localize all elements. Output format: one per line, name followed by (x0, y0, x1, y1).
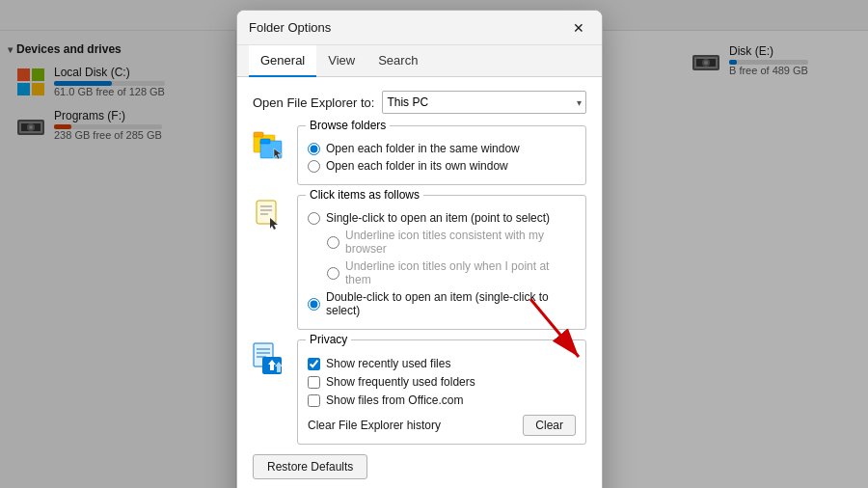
browse-radio1-input[interactable] (308, 143, 320, 155)
click-radio1b-row: Underline icon titles only when I point … (327, 259, 576, 286)
tab-view[interactable]: View (316, 45, 366, 77)
svg-rect-17 (260, 139, 270, 144)
click-icon-area (253, 195, 289, 231)
browse-radio1-label: Open each folder in the same window (326, 142, 520, 155)
privacy-check1-input[interactable] (308, 358, 320, 370)
browse-folders-legend: Browse folders (306, 119, 390, 132)
select-arrow-icon: ▾ (577, 97, 582, 108)
dialog-title: Folder Options (249, 20, 331, 35)
privacy-check3-input[interactable] (308, 394, 320, 407)
tab-search[interactable]: Search (366, 45, 429, 77)
restore-defaults-button[interactable]: Restore Defaults (253, 454, 367, 479)
privacy-check2-row: Show frequently used folders (308, 375, 576, 389)
open-explorer-value: This PC (387, 95, 428, 109)
browse-folders-content: Browse folders Open each folder in the s… (297, 125, 586, 185)
click-radio1-input[interactable] (308, 212, 320, 225)
clear-label: Clear File Explorer history (308, 419, 523, 432)
click-radio2-row: Double-click to open an item (single-cli… (308, 290, 576, 317)
privacy-check3-label: Show files from Office.com (326, 393, 464, 407)
open-explorer-label: Open File Explorer to: (253, 95, 374, 110)
browse-folders-box: Browse folders Open each folder in the s… (297, 125, 586, 185)
clear-button[interactable]: Clear (523, 415, 576, 436)
folder-options-dialog: Folder Options ✕ General View Search Ope… (236, 10, 603, 488)
svg-rect-15 (254, 132, 263, 137)
click-radio2-label: Double-click to open an item (single-cli… (326, 290, 576, 317)
close-button[interactable]: ✕ (567, 16, 590, 40)
click-radio1a-input[interactable] (327, 236, 339, 249)
click-radio1a-label: Underline icon titles consistent with my… (345, 229, 576, 256)
open-explorer-select[interactable]: This PC ▾ (382, 91, 586, 114)
browse-icon-area (253, 125, 289, 162)
privacy-content: Privacy Show recently used files Show fr… (297, 339, 586, 445)
open-explorer-row: Open File Explorer to: This PC ▾ (253, 91, 586, 114)
privacy-icon (253, 341, 284, 376)
click-items-box: Click items as follows Single-click to o… (297, 195, 586, 330)
restore-row: Restore Defaults (253, 454, 586, 479)
click-radio1b-label: Underline icon titles only when I point … (345, 259, 576, 286)
click-radio1-label: Single-click to open an item (point to s… (326, 211, 550, 225)
browse-folders-icon (253, 127, 284, 162)
browse-radio2-input[interactable] (308, 160, 320, 173)
click-items-section: Click items as follows Single-click to o… (253, 195, 586, 330)
dialog-content: Open File Explorer to: This PC ▾ (237, 77, 602, 488)
click-items-options: Single-click to open an item (point to s… (308, 203, 576, 317)
click-radio2-input[interactable] (308, 298, 320, 311)
click-items-icon (253, 197, 284, 231)
click-radio1a-row: Underline icon titles consistent with my… (327, 229, 576, 256)
privacy-box: Privacy Show recently used files Show fr… (297, 339, 586, 445)
click-items-content: Click items as follows Single-click to o… (297, 195, 586, 330)
privacy-check1-label: Show recently used files (326, 357, 450, 370)
svg-rect-19 (257, 201, 276, 224)
tab-general[interactable]: General (249, 45, 316, 77)
privacy-section: Privacy Show recently used files Show fr… (253, 339, 586, 445)
browse-radio2-label: Open each folder in its own window (326, 159, 508, 173)
browse-radio1-row: Open each folder in the same window (308, 142, 576, 155)
browse-radio2-row: Open each folder in its own window (308, 159, 576, 173)
click-items-legend: Click items as follows (306, 188, 423, 202)
browse-folders-section: Browse folders Open each folder in the s… (253, 125, 586, 185)
privacy-check2-input[interactable] (308, 376, 320, 389)
privacy-options: Show recently used files Show frequently… (308, 348, 576, 436)
privacy-icon-area (253, 339, 289, 376)
privacy-check1-row: Show recently used files (308, 357, 576, 370)
clear-row: Clear File Explorer history Clear (308, 415, 576, 436)
privacy-legend: Privacy (306, 333, 351, 346)
dialog-tabs: General View Search (237, 45, 602, 77)
click-radio1-row: Single-click to open an item (point to s… (308, 211, 576, 225)
dialog-titlebar: Folder Options ✕ (237, 11, 602, 45)
click-radio1b-input[interactable] (327, 267, 339, 280)
privacy-check2-label: Show frequently used folders (326, 375, 475, 389)
browse-folders-options: Open each folder in the same window Open… (308, 134, 576, 173)
privacy-check3-row: Show files from Office.com (308, 393, 576, 407)
